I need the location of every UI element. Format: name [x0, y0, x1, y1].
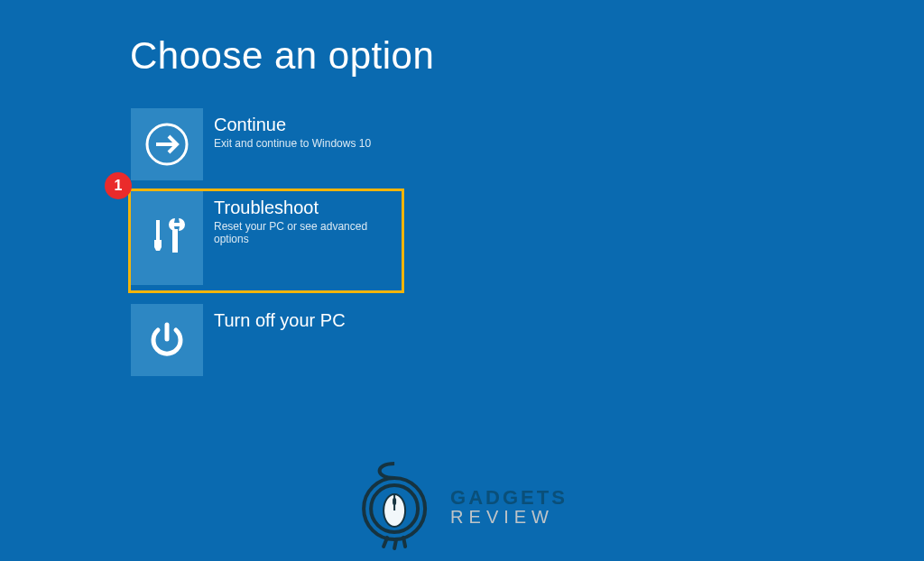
options-list: Continue Exit and continue to Windows 10…: [131, 108, 404, 387]
watermark-line2: REVIEW: [450, 508, 568, 526]
mouse-logo-icon: [356, 462, 438, 552]
tools-icon: [131, 191, 203, 285]
option-turnoff[interactable]: Turn off your PC: [131, 304, 402, 376]
watermark-line1: GADGETS: [450, 488, 568, 508]
page-title: Choose an option: [130, 34, 434, 78]
option-continue[interactable]: Continue Exit and continue to Windows 10: [131, 108, 402, 180]
option-text: Turn off your PC: [203, 304, 346, 333]
option-desc: Exit and continue to Windows 10: [214, 137, 371, 150]
option-title: Troubleshoot: [214, 197, 394, 218]
option-text: Continue Exit and continue to Windows 10: [203, 108, 371, 150]
recovery-screen: Choose an option 1 Continue Exit and con…: [0, 0, 924, 561]
option-title: Turn off your PC: [214, 309, 346, 331]
watermark-text: GADGETS REVIEW: [450, 488, 568, 526]
option-desc: Reset your PC or see advanced options: [214, 220, 394, 246]
svg-rect-9: [393, 498, 396, 505]
option-title: Continue: [214, 114, 371, 135]
svg-rect-2: [156, 220, 160, 240]
svg-rect-4: [172, 229, 178, 253]
option-text: Troubleshoot Reset your PC or see advanc…: [203, 191, 394, 290]
power-icon: [131, 304, 203, 376]
option-troubleshoot[interactable]: Troubleshoot Reset your PC or see advanc…: [128, 189, 404, 293]
annotation-badge: 1: [105, 172, 132, 199]
arrow-right-icon: [131, 108, 203, 180]
watermark: GADGETS REVIEW: [356, 462, 568, 552]
svg-marker-3: [154, 240, 162, 251]
